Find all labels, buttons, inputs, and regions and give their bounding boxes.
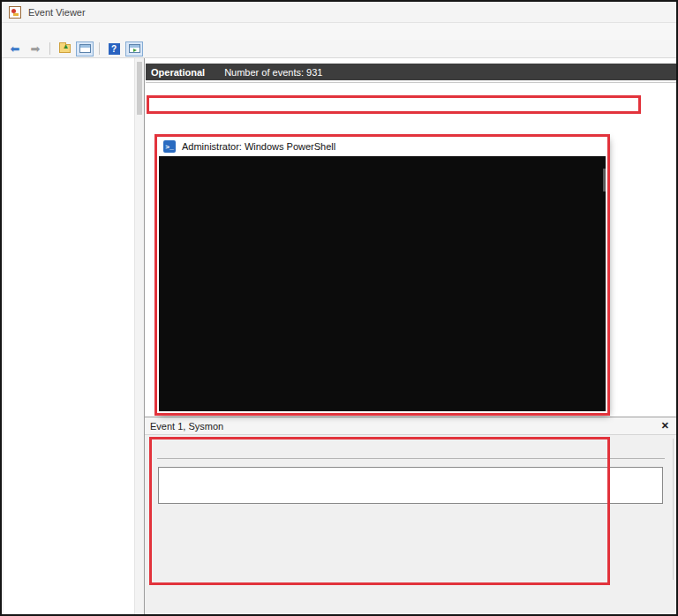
window-title: Event Viewer	[28, 7, 86, 18]
menu-bar	[2, 23, 676, 40]
event-count-label: Number of events: 931	[224, 67, 322, 78]
toolbar: ⬅ ➡ ▲ ?	[2, 40, 676, 58]
powershell-icon: >_	[163, 140, 176, 153]
details-header: Event 1, Sysmon ✕	[145, 417, 676, 435]
toolbar-separator	[99, 42, 100, 55]
toolbar-separator	[49, 42, 50, 55]
powershell-title-bar[interactable]: >_ Administrator: Windows PowerShell	[157, 137, 607, 156]
console-scrollbar-thumb[interactable]	[603, 169, 606, 192]
log-header-bar: Operational Number of events: 931	[146, 64, 676, 80]
powershell-console[interactable]	[159, 156, 606, 411]
event-description-box	[158, 467, 663, 504]
sidebar-scrollbar[interactable]	[134, 58, 143, 616]
help-icon[interactable]: ?	[105, 41, 123, 56]
forward-arrow-icon[interactable]: ➡	[26, 41, 44, 56]
show-console-tree-icon[interactable]	[76, 41, 94, 56]
tab-divider	[157, 458, 665, 459]
title-bar: Event Viewer	[2, 2, 676, 23]
console-tree	[4, 58, 134, 616]
log-name-title: Operational	[151, 67, 205, 78]
sidebar-scrollbar-thumb[interactable]	[137, 62, 142, 115]
details-title: Event 1, Sysmon	[150, 421, 661, 432]
event-details-pane: Event 1, Sysmon ✕	[144, 417, 676, 616]
powershell-title: Administrator: Windows PowerShell	[182, 141, 607, 152]
powershell-window[interactable]: >_ Administrator: Windows PowerShell	[157, 137, 607, 413]
show-action-pane-icon[interactable]	[125, 41, 143, 56]
details-scrollbar[interactable]	[673, 439, 674, 580]
details-close-icon[interactable]: ✕	[661, 420, 669, 432]
event-viewer-app-icon	[9, 6, 21, 19]
export-log-icon[interactable]: ▲	[56, 41, 73, 56]
back-arrow-icon[interactable]: ⬅	[6, 41, 24, 56]
